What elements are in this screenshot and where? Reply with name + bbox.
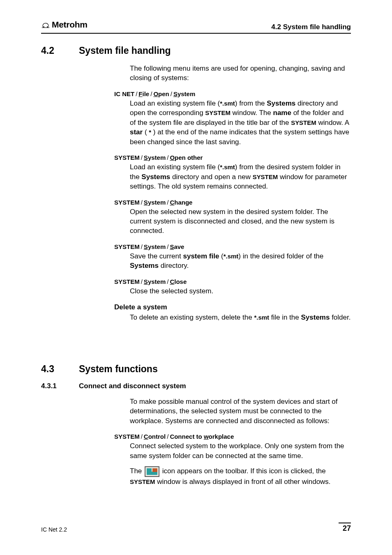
menu-item-description: Save the current system file (*.smt) in … xyxy=(130,251,351,271)
delete-system-desc: To delete an existing system, delete the… xyxy=(130,313,351,322)
menu-item-description: Open the selected new system in the desi… xyxy=(130,207,351,236)
menu-path: IC NET/File/Open/System xyxy=(114,90,351,97)
page-number: 27 xyxy=(339,523,351,533)
section-title: System file handling xyxy=(79,45,171,56)
subsection-title: Connect and disconnect system xyxy=(79,382,186,390)
delete-system-title: Delete a system xyxy=(114,303,351,311)
svg-point-1 xyxy=(47,26,48,28)
brand-name: Metrohm xyxy=(52,20,88,30)
footer-product: IC Net 2.2 xyxy=(41,526,67,533)
menu-path: SYSTEM/System/Open other xyxy=(114,154,351,161)
menu-path: SYSTEM/System/Change xyxy=(114,199,351,206)
menu-path: SYSTEM/Control/Connect to workplace xyxy=(114,433,351,440)
page-header: Metrohm 4.2 System file handling xyxy=(41,20,351,34)
menu-item-description: Load an existing system file (*.smt) fro… xyxy=(130,162,351,191)
section-number: 4.3 xyxy=(41,364,79,375)
section-4-2-intro: The following menu items are used for op… xyxy=(130,64,351,83)
svg-point-0 xyxy=(43,26,44,28)
menu-item-description: Close the selected system. xyxy=(130,286,351,296)
section-4-3-heading: 4.3 System functions xyxy=(41,364,351,375)
menu-item-description-2: The icon appears on the toolbar. If this… xyxy=(130,466,351,486)
brand-logo: Metrohm xyxy=(41,20,88,30)
menu-item-description: Connect selected system to the workplace… xyxy=(130,441,351,461)
subsection-number: 4.3.1 xyxy=(41,382,79,390)
menu-item-description: Load an existing system file (*.smt) fro… xyxy=(130,99,351,147)
section-number: 4.2 xyxy=(41,45,79,56)
subsection-4-3-1-heading: 4.3.1 Connect and disconnect system xyxy=(41,382,351,390)
page-footer: IC Net 2.2 27 xyxy=(41,523,351,533)
menu-path: SYSTEM/System/Close xyxy=(114,278,351,285)
menu-path: SYSTEM/System/Save xyxy=(114,243,351,250)
section-title: System functions xyxy=(79,364,158,375)
header-section-label: 4.2 System file handling xyxy=(271,23,351,31)
system-window-icon xyxy=(145,466,159,477)
metrohm-icon xyxy=(41,20,50,29)
section-4-2-heading: 4.2 System file handling xyxy=(41,45,351,56)
subsection-4-3-1-intro: To make possible manual control of the s… xyxy=(130,397,351,426)
